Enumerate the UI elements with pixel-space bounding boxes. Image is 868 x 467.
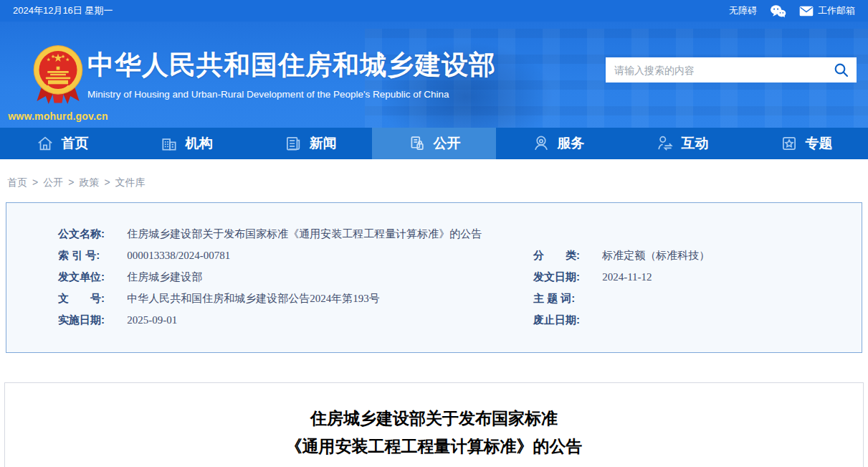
interaction-arrows-icon [656, 134, 674, 153]
breadcrumb: 首页 > 公开 > 政策 > 文件库 [0, 159, 868, 202]
field-implementation-date: 实施日期: 2025-09-01 [58, 309, 533, 331]
field-label: 文 号: [58, 288, 124, 309]
field-label: 发文单位: [58, 266, 124, 288]
field-value: 中华人民共和国住房和城乡建设部公告2024年第193号 [127, 293, 380, 304]
nav-label: 服务 [558, 134, 585, 153]
site-title-block: 中华人民共和国住房和城乡建设部 Ministry of Housing and … [87, 47, 496, 100]
top-utility-bar: 2024年12月16日 星期一 无障碍 [0, 0, 868, 22]
nav-item-topics[interactable]: 专题 [744, 128, 868, 159]
info-grid: 索 引 号: 000013338/2024-00781 发文单位: 住房城乡建设… [58, 245, 840, 331]
organization-icon [160, 134, 178, 153]
field-issue-date: 发文日期: 2024-11-12 [533, 266, 840, 288]
work-mailbox-label: 工作邮箱 [818, 4, 855, 17]
search-icon [834, 62, 849, 77]
breadcrumb-separator: > [68, 176, 74, 188]
site-url: www.mohurd.gov.cn [4, 110, 112, 122]
field-issuing-unit: 发文单位: 住房城乡建设部 [58, 266, 533, 288]
breadcrumb-library[interactable]: 文件库 [115, 176, 146, 189]
nav-item-news[interactable]: 新闻 [248, 128, 372, 159]
nav-item-interaction[interactable]: 互动 [620, 128, 744, 159]
field-repeal-date: 废止日期: [533, 309, 840, 331]
field-label: 索 引 号: [58, 245, 124, 266]
nav-item-home[interactable]: 首页 [0, 128, 124, 159]
article-panel: 住房城乡建设部关于发布国家标准 《通用安装工程工程量计算标准》的公告 [4, 382, 864, 467]
nav-item-organization[interactable]: 机构 [124, 128, 248, 159]
news-icon [284, 134, 302, 153]
info-right-column: 分 类: 标准定额（标准科技） 发文日期: 2024-11-12 主 题 词: … [533, 245, 840, 331]
site-search [606, 57, 857, 82]
mail-icon [799, 6, 814, 16]
nav-label: 互动 [682, 134, 709, 153]
nav-item-disclosure[interactable]: 公开 [372, 128, 496, 159]
accessibility-label: 无障碍 [729, 4, 757, 17]
info-left-column: 索 引 号: 000013338/2024-00781 发文单位: 住房城乡建设… [58, 245, 533, 331]
field-value: 标准定额（标准科技） [602, 250, 710, 261]
nav-label: 专题 [806, 134, 833, 153]
work-mailbox-link[interactable]: 工作邮箱 [799, 4, 855, 17]
nav-label: 新闻 [310, 134, 337, 153]
topics-star-icon [780, 134, 798, 153]
field-label: 分 类: [533, 245, 599, 266]
accessibility-link[interactable]: 无障碍 [729, 4, 757, 17]
site-header: www.mohurd.gov.cn 中华人民共和国住房和城乡建设部 Minist… [0, 22, 868, 128]
breadcrumb-disclosure[interactable]: 公开 [43, 176, 63, 189]
wechat-icon[interactable] [770, 4, 786, 18]
nav-label: 机构 [186, 134, 213, 153]
disclosure-lock-icon [408, 134, 426, 153]
field-value: 2025-09-01 [127, 314, 177, 326]
service-person-icon [532, 134, 550, 153]
site-subtitle: Ministry of Housing and Urban-Rural Deve… [87, 89, 496, 100]
field-subject-words: 主 题 词: [533, 288, 840, 309]
field-value: 000013338/2024-00781 [127, 250, 230, 261]
field-value: 住房城乡建设部 [127, 271, 202, 283]
field-value: 2024-11-12 [602, 271, 652, 283]
nav-label: 公开 [434, 134, 461, 153]
breadcrumb-home[interactable]: 首页 [7, 176, 27, 189]
field-label: 发文日期: [533, 266, 599, 288]
field-label: 实施日期: [58, 309, 124, 331]
field-category: 分 类: 标准定额（标准科技） [533, 245, 840, 266]
field-index-number: 索 引 号: 000013338/2024-00781 [58, 245, 533, 266]
home-icon [36, 134, 54, 153]
document-info-panel: 公文名称: 住房城乡建设部关于发布国家标准《通用安装工程工程量计算标准》的公告 … [6, 202, 862, 353]
field-doc-title: 公文名称: 住房城乡建设部关于发布国家标准《通用安装工程工程量计算标准》的公告 [58, 223, 840, 245]
breadcrumb-separator: > [32, 176, 38, 188]
topbar-links: 无障碍 工作邮箱 [729, 4, 855, 18]
field-value: 住房城乡建设部关于发布国家标准《通用安装工程工程量计算标准》的公告 [127, 228, 482, 240]
article-title-line-1: 住房城乡建设部关于发布国家标准 [5, 405, 863, 433]
article-title-line-2: 《通用安装工程工程量计算标准》的公告 [5, 433, 863, 461]
current-date: 2024年12月16日 星期一 [13, 4, 113, 17]
field-label: 废止日期: [533, 309, 599, 331]
nav-item-services[interactable]: 服务 [496, 128, 620, 159]
breadcrumb-policy[interactable]: 政策 [79, 176, 99, 189]
field-label: 公文名称: [58, 223, 124, 245]
breadcrumb-separator: > [104, 176, 110, 188]
field-label: 主 题 词: [533, 288, 599, 309]
field-doc-number: 文 号: 中华人民共和国住房和城乡建设部公告2024年第193号 [58, 288, 533, 309]
search-button[interactable] [825, 57, 857, 82]
site-title: 中华人民共和国住房和城乡建设部 [87, 47, 496, 83]
search-input[interactable] [606, 57, 825, 82]
nav-label: 首页 [62, 134, 89, 153]
main-navigation: 首页 机构 新闻 [0, 128, 868, 159]
